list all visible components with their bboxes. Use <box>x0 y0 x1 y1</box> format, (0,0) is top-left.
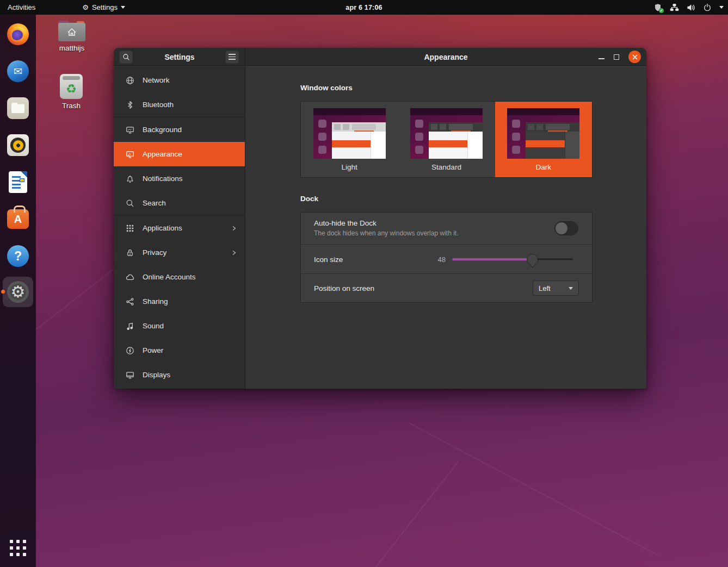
appearance-panel: Window colors Light <box>245 66 646 389</box>
icon-size-value: 48 <box>428 255 446 263</box>
sidebar-item-label: Notifications <box>143 175 183 183</box>
hamburger-menu-icon <box>229 54 236 60</box>
desktop-icon-home[interactable]: matthijs <box>50 21 94 52</box>
background-icon <box>126 126 134 134</box>
gear-icon: ⚙ <box>82 3 89 11</box>
sidebar-item-background[interactable]: Background <box>114 117 245 142</box>
show-applications-icon <box>10 540 26 556</box>
theme-label: Standard <box>431 163 461 171</box>
dock-item-help[interactable]: ? <box>3 241 33 271</box>
displays-icon <box>126 371 134 379</box>
dock-item-firefox[interactable] <box>3 19 33 49</box>
sidebar-item-label: Privacy <box>143 248 166 257</box>
sound-note-icon <box>126 322 134 331</box>
chevron-down-icon <box>719 6 724 9</box>
power-icon <box>126 346 134 355</box>
top-bar: Activities ⚙ Settings apr 6 17:06 ✓ <box>0 0 728 15</box>
wallpaper-line <box>304 461 459 567</box>
search-icon <box>122 53 130 61</box>
close-button[interactable] <box>628 51 641 63</box>
sidebar-item-online-accounts[interactable]: Online Accounts <box>114 265 245 289</box>
sidebar-item-sharing[interactable]: Sharing <box>114 289 245 314</box>
autohide-title: Auto-hide the Dock <box>314 219 377 227</box>
sidebar-item-privacy[interactable]: Privacy <box>114 240 245 265</box>
sidebar-item-bluetooth[interactable]: Bluetooth <box>114 92 245 117</box>
clock-button[interactable]: apr 6 17:06 <box>346 0 382 15</box>
chevron-right-icon <box>231 249 237 257</box>
maximize-button[interactable] <box>614 54 619 60</box>
position-dropdown[interactable]: Left <box>533 281 579 296</box>
running-indicator-dot <box>1 290 5 294</box>
applications-grid-icon <box>126 224 134 233</box>
dock-item-files[interactable] <box>3 93 33 123</box>
libreoffice-writer-icon <box>9 171 27 193</box>
settings-sidebar: Network Bluetooth Background Appearance … <box>114 66 245 389</box>
sidebar-item-label: Appearance <box>143 150 182 158</box>
sidebar-item-applications[interactable]: Applications <box>114 216 245 240</box>
dock-item-rhythmbox[interactable] <box>3 130 33 160</box>
sidebar-item-displays[interactable]: Displays <box>114 363 245 387</box>
sidebar-item-label: Power <box>143 346 163 354</box>
sidebar-item-label: Background <box>143 126 182 134</box>
settings-window: Settings Appearance Network Bluetooth <box>114 48 646 389</box>
sidebar-item-notifications[interactable]: Notifications <box>114 166 245 191</box>
minimize-button[interactable] <box>599 54 604 59</box>
trash-icon: ♻ <box>60 74 83 99</box>
theme-label: Dark <box>536 163 552 171</box>
icon-size-label: Icon size <box>314 255 343 263</box>
dock-item-show-applications[interactable] <box>3 533 33 563</box>
settings-gear-icon: ⚙ <box>7 281 29 303</box>
dock-item-settings[interactable]: ⚙ <box>3 277 33 307</box>
theme-option-dark[interactable]: Dark <box>495 102 592 177</box>
sidebar-item-network[interactable]: Network <box>114 68 245 92</box>
app-menu-label: Settings <box>92 3 118 11</box>
network-globe-icon <box>126 76 134 85</box>
minimize-icon <box>599 58 604 59</box>
rhythmbox-icon <box>7 134 29 156</box>
section-title-dock: Dock <box>300 195 318 203</box>
dock-item-libreoffice-writer[interactable] <box>3 167 33 197</box>
app-menu-button[interactable]: ⚙ Settings <box>77 0 131 15</box>
position-row: Position on screen Left <box>301 273 592 302</box>
autohide-toggle[interactable] <box>554 221 578 235</box>
window-title: Appearance <box>245 48 646 66</box>
window-controls <box>599 48 641 66</box>
files-icon <box>7 97 29 119</box>
appearance-icon <box>126 150 134 159</box>
thunderbird-icon: ✉ <box>7 60 29 82</box>
sidebar-item-label: Search <box>143 199 166 207</box>
theme-preview-standard <box>410 108 483 159</box>
sidebar-headerbar: Settings <box>114 48 245 66</box>
icon-size-row: Icon size 48 <box>301 244 592 273</box>
search-button[interactable] <box>119 51 133 64</box>
desktop: Activities ⚙ Settings apr 6 17:06 ✓ <box>0 0 728 567</box>
theme-option-light[interactable]: Light <box>301 102 398 177</box>
system-status-area[interactable]: ✓ <box>653 0 724 15</box>
search-icon <box>126 199 134 208</box>
bluetooth-icon <box>126 101 134 109</box>
headerbar: Settings Appearance <box>114 48 646 66</box>
maximize-icon <box>614 54 619 60</box>
sidebar-item-search[interactable]: Search <box>114 191 245 215</box>
desktop-icon-trash[interactable]: ♻ Trash <box>50 74 93 110</box>
theme-preview-dark <box>507 108 579 159</box>
ubuntu-software-icon: A <box>7 209 29 229</box>
activities-button[interactable]: Activities <box>0 0 43 15</box>
clock-label: apr 6 17:06 <box>346 4 382 11</box>
sidebar-item-sound[interactable]: Sound <box>114 314 245 338</box>
dock-item-thunderbird[interactable]: ✉ <box>3 56 33 86</box>
slider-handle[interactable] <box>527 254 538 265</box>
dock-item-ubuntu-software[interactable]: A <box>3 204 33 234</box>
sidebar-item-power[interactable]: Power <box>114 338 245 363</box>
sidebar-item-appearance[interactable]: Appearance <box>114 142 245 166</box>
chevron-right-icon <box>231 225 237 232</box>
position-value: Left <box>539 284 551 292</box>
privacy-lock-icon <box>126 248 134 257</box>
house-icon <box>66 27 77 37</box>
icon-size-slider[interactable] <box>452 258 573 260</box>
desktop-icon-label: Trash <box>62 102 81 110</box>
theme-option-standard[interactable]: Standard <box>398 102 495 177</box>
sidebar-item-label: Network <box>143 76 170 84</box>
section-title-window-colors: Window colors <box>300 84 353 92</box>
hamburger-menu-button[interactable] <box>225 51 239 64</box>
